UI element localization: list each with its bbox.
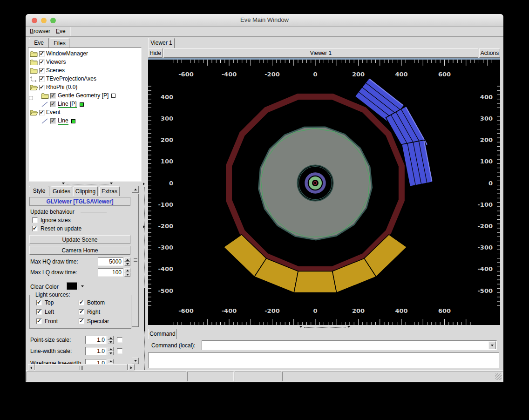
max-hq-draw-time-spin-down[interactable] bbox=[124, 262, 130, 266]
title-bar[interactable]: Eve Main Window bbox=[26, 14, 503, 27]
max-lq-draw-time-spin-up[interactable] bbox=[124, 268, 130, 272]
tree-item-rhophi-0-0[interactable]: RhoPhi (0.0) bbox=[28, 83, 140, 92]
close-window-button[interactable] bbox=[32, 18, 37, 23]
zoom-window-button[interactable] bbox=[50, 18, 56, 23]
point-size-scale-spin-up[interactable] bbox=[108, 336, 114, 340]
tree-item-color-box[interactable] bbox=[111, 94, 115, 98]
status-cell bbox=[282, 372, 503, 381]
svg-text:-500: -500 bbox=[158, 287, 173, 294]
gl-viewer-canvas[interactable]: -600-600-400-400-200-2000020020040040060… bbox=[148, 60, 500, 325]
tree-item-line-p[interactable]: Line [P] bbox=[28, 100, 140, 108]
tree-item-checkbox[interactable] bbox=[50, 102, 56, 107]
reset-on-update-checkbox[interactable] bbox=[32, 226, 38, 231]
tab-clipping[interactable]: Clipping bbox=[73, 186, 98, 196]
eve-scene-tree[interactable]: WindowManagerViewersScenesTEveProjection… bbox=[28, 47, 142, 182]
svg-text:400: 400 bbox=[395, 71, 407, 78]
resize-grip[interactable] bbox=[495, 373, 502, 380]
minimize-window-button[interactable] bbox=[41, 18, 47, 23]
line-width-scale-spin-down[interactable] bbox=[108, 351, 114, 355]
tree-item-checkbox[interactable] bbox=[50, 93, 56, 99]
tree-item-label: RhoPhi (0.0) bbox=[46, 84, 77, 90]
point-size-scale-apply-checkbox[interactable] bbox=[117, 337, 122, 343]
max-hq-draw-time-spin-up[interactable] bbox=[124, 257, 130, 262]
hide-button[interactable]: Hide bbox=[148, 48, 163, 58]
scroll-up-button[interactable] bbox=[132, 186, 139, 193]
light-right-checkbox[interactable] bbox=[79, 309, 84, 315]
max-lq-draw-time-entry[interactable]: 100 bbox=[98, 268, 123, 277]
viewer-command-splitter[interactable] bbox=[148, 325, 500, 329]
light-front-checkbox[interactable] bbox=[36, 318, 42, 324]
max-hq-draw-time-entry[interactable]: 5000 bbox=[98, 257, 123, 266]
light-bottom-checkbox[interactable] bbox=[79, 300, 84, 305]
tree-style-splitter[interactable] bbox=[28, 182, 142, 186]
wireframe-line-width-label: Wireframe line-width bbox=[30, 360, 81, 364]
menu-eve[interactable]: Eve bbox=[53, 27, 69, 36]
line-icon bbox=[41, 101, 48, 108]
tree-item-checkbox[interactable] bbox=[50, 118, 56, 124]
tree-item-scenes[interactable]: Scenes bbox=[28, 67, 140, 75]
dropdown-arrow-icon bbox=[81, 285, 84, 287]
panel-vertical-splitter[interactable] bbox=[142, 182, 148, 371]
tab-viewer-1[interactable]: Viewer 1 bbox=[148, 38, 175, 48]
style-panel-vscrollbar[interactable] bbox=[132, 186, 139, 364]
tab-style[interactable]: Style bbox=[29, 186, 49, 196]
glviewer-name-button[interactable]: GLViewer [TGLSAViewer] bbox=[29, 197, 130, 206]
tree-item-checkbox[interactable] bbox=[39, 76, 45, 82]
light-specular-checkbox[interactable] bbox=[79, 318, 84, 324]
svg-text:-200: -200 bbox=[264, 307, 280, 314]
tree-item-color-box[interactable] bbox=[80, 102, 84, 107]
tree-item-event[interactable]: Event bbox=[28, 108, 140, 117]
tree-item-checkbox[interactable] bbox=[39, 68, 45, 74]
svg-text:200: 200 bbox=[352, 307, 365, 314]
update-scene-button[interactable]: Update Scene bbox=[29, 235, 130, 244]
command-dropdown-button[interactable] bbox=[488, 341, 496, 349]
splitter-dots bbox=[304, 327, 346, 328]
tree-item-gentle-geometry-p[interactable]: Gentle Geometry [P] bbox=[28, 92, 140, 100]
splitter-bar[interactable] bbox=[144, 288, 145, 332]
tab-eve[interactable]: Eve bbox=[29, 38, 49, 48]
tree-item-windowmanager[interactable]: WindowManager bbox=[28, 50, 140, 58]
tab-guides[interactable]: Guides bbox=[51, 186, 72, 196]
tree-item-checkbox[interactable] bbox=[39, 60, 45, 65]
tab-files[interactable]: Files bbox=[50, 38, 69, 48]
viewer-title-bar[interactable]: Viewer 1 bbox=[163, 48, 478, 58]
folder-icon bbox=[30, 51, 38, 57]
command-output-box[interactable] bbox=[148, 352, 499, 368]
point-size-scale-entry[interactable]: 1.0 bbox=[85, 336, 107, 344]
line-width-scale-label: Line-width scale: bbox=[30, 348, 72, 354]
command-input[interactable] bbox=[202, 340, 497, 350]
svg-text:-600: -600 bbox=[178, 71, 194, 78]
menu-browser[interactable]: Browser bbox=[27, 27, 54, 36]
tab-extras[interactable]: Extras bbox=[99, 186, 120, 196]
line-width-scale-entry[interactable]: 1.0 bbox=[85, 347, 107, 355]
max-lq-draw-time-spin-down[interactable] bbox=[124, 272, 130, 277]
clear-color-dropdown-button[interactable] bbox=[79, 282, 86, 290]
line-width-scale-spin-up[interactable] bbox=[108, 347, 114, 351]
clear-color-swatch[interactable] bbox=[67, 282, 77, 290]
ignore-sizes-checkbox[interactable] bbox=[32, 217, 38, 223]
tree-item-line[interactable]: Line bbox=[28, 117, 140, 125]
eve-main-window: Eve Main Window Browser Eve Eve Files Wi… bbox=[26, 14, 503, 382]
vscrollbar-thumb[interactable] bbox=[132, 194, 139, 327]
wireframe-line-width-entry[interactable]: 1.0 bbox=[85, 359, 107, 364]
tree-item-checkbox[interactable] bbox=[39, 85, 45, 90]
actions-button[interactable]: Actions bbox=[479, 48, 500, 58]
scroll-down-button[interactable] bbox=[132, 358, 139, 364]
light-left-checkbox[interactable] bbox=[36, 309, 42, 315]
tree-item-label: Viewers bbox=[46, 59, 66, 65]
svg-text:-400: -400 bbox=[158, 265, 173, 272]
camera-home-button[interactable]: Camera Home bbox=[29, 246, 130, 255]
tab-command[interactable]: Command bbox=[148, 329, 177, 339]
expand-icon bbox=[29, 96, 33, 100]
svg-text:200: 200 bbox=[352, 71, 365, 78]
tree-item-checkbox[interactable] bbox=[39, 110, 45, 115]
tree-item-color-box[interactable] bbox=[71, 119, 75, 123]
line-width-scale-apply-checkbox[interactable] bbox=[117, 348, 122, 354]
wireframe-line-width-spin-up[interactable] bbox=[108, 359, 114, 363]
tree-item-teveprojectionaxes[interactable]: TEveProjectionAxes bbox=[28, 75, 140, 83]
point-size-scale-spin-down[interactable] bbox=[108, 340, 114, 344]
svg-text:100: 100 bbox=[161, 158, 173, 165]
tree-item-viewers[interactable]: Viewers bbox=[28, 58, 140, 67]
light-top-checkbox[interactable] bbox=[36, 300, 42, 305]
tree-item-checkbox[interactable] bbox=[39, 51, 45, 57]
